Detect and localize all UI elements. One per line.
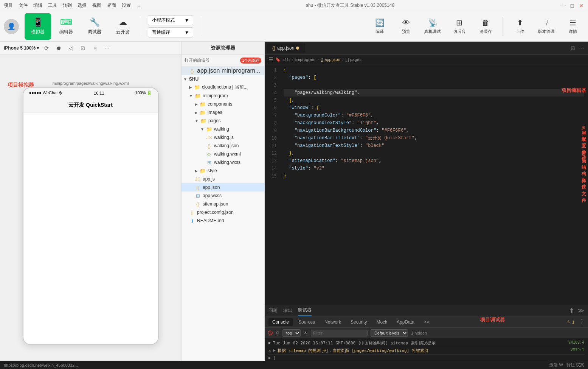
preview-button[interactable]: 👁 预览	[395, 13, 417, 40]
js-file-icon: JS	[195, 176, 201, 182]
compile-button[interactable]: 🔄 编译	[368, 13, 391, 40]
sim-record-icon[interactable]: ⏺	[54, 44, 63, 53]
walking-wxml-file[interactable]: ◇ walking.wxml	[182, 150, 264, 158]
menu-item-select[interactable]: 选择	[78, 2, 87, 9]
sim-back-icon[interactable]: ◁	[66, 44, 75, 53]
app-wxss-file[interactable]: ⊞ app.wxss	[182, 192, 264, 200]
sim-home-icon[interactable]: ⊡	[78, 44, 87, 53]
simulator-label: 模拟器	[31, 29, 45, 35]
devtools-toolbar: 🚫 ⊘ top 👁 Default levels 1 hidden	[265, 328, 588, 338]
console-clear-icon[interactable]: 🚫	[268, 330, 273, 335]
editor-panel: {} app.json ⊡ ⋯ ☰ 🔖 ◁ ▷ miniprogram › {}…	[265, 42, 588, 305]
sitemap-json-file[interactable]: {} sitemap.json	[182, 200, 264, 208]
devtools-tab-console[interactable]: Console	[268, 318, 293, 326]
filter-input[interactable]	[311, 330, 368, 336]
app-wxss-label: app.wxss	[203, 193, 222, 198]
sim-wifi-icon[interactable]: ≡	[90, 44, 99, 53]
bottom-tab-problems[interactable]: 问题	[268, 305, 278, 316]
level-select[interactable]: Default levels	[371, 329, 408, 337]
project-config-file[interactable]: {} project.config.json	[182, 208, 264, 216]
upload-button[interactable]: ⬆ 上传	[509, 13, 531, 40]
menu-item-more[interactable]: ...	[137, 2, 140, 9]
bottom-tab-debugger[interactable]: 调试器	[298, 305, 312, 316]
console-source-1: VM109:4	[568, 340, 584, 344]
more-devtools-btn[interactable]: ⋮	[578, 318, 584, 325]
menu-item-settings[interactable]: 设置	[122, 2, 131, 9]
devtools-tab-appdata[interactable]: AppData	[393, 318, 418, 326]
folder-icon: 📁	[200, 168, 206, 174]
sim-more-icon[interactable]: ⋯	[102, 44, 112, 53]
breadcrumb-nav-fwd[interactable]: ▷	[287, 57, 290, 62]
clear-cache-button[interactable]: 🗑 清缓存	[474, 13, 497, 40]
maximize-button[interactable]: □	[569, 3, 575, 9]
debugger-button[interactable]: 🔧 调试器	[81, 13, 108, 40]
readme-file[interactable]: ℹ README.md	[182, 216, 264, 225]
cloud-button[interactable]: ☁ 云开发	[110, 13, 136, 40]
version-mgr-icon: ⑂	[544, 19, 549, 27]
walking-json-file[interactable]: {} walking.json	[182, 142, 264, 150]
simulator-button[interactable]: 📱 模拟器	[25, 13, 51, 40]
bottom-tab-output[interactable]: 输出	[283, 305, 292, 316]
console-pause-icon[interactable]: ⊘	[276, 330, 279, 335]
root-folder[interactable]: ▼ SHU	[182, 75, 264, 83]
details-button[interactable]: ☰ 详情	[562, 13, 584, 40]
more-icon[interactable]: ≫	[578, 307, 584, 314]
menu-item-file[interactable]: 文件	[19, 2, 28, 9]
app-js-file[interactable]: JS app.js	[182, 175, 264, 183]
devtools-tab-network[interactable]: Network	[321, 318, 345, 326]
breadcrumb-part-1: miniprogram	[292, 57, 315, 62]
status-right: 激活 W 转让 议案	[549, 362, 584, 368]
menu-item-view[interactable]: 视图	[92, 2, 101, 9]
sim-rotate-icon[interactable]: ⟳	[42, 44, 51, 53]
context-select[interactable]: top	[282, 329, 301, 337]
app-json-file[interactable]: {} app.json	[182, 183, 264, 192]
bottom-controls: ⬆ ≫	[569, 307, 584, 314]
components-folder[interactable]: ▶ 📁 components	[182, 100, 264, 108]
walking-folder[interactable]: ▼ 📁 walking	[182, 125, 264, 133]
devtools-tab-sources[interactable]: Sources	[295, 318, 319, 326]
open-file-item[interactable]: {} app.json miniprogram...	[182, 66, 264, 75]
images-folder[interactable]: ▶ 📁 images	[182, 108, 264, 117]
breadcrumb-sep-2: ›	[342, 57, 344, 62]
menu-item-project[interactable]: 项目	[4, 2, 13, 9]
walking-js-file[interactable]: JS walking.js	[182, 133, 264, 142]
walking-js-label: walking.js	[214, 135, 234, 140]
debugger-annotation: 项目调试器	[480, 316, 505, 323]
toolbar-divider-2	[201, 17, 201, 36]
expand-icon[interactable]: ⬆	[569, 307, 574, 314]
more-editor-icon[interactable]: ⋯	[579, 45, 584, 51]
pages-folder[interactable]: ▼ 📁 pages	[182, 117, 264, 125]
menu-item-goto[interactable]: 转到	[63, 2, 72, 9]
menu-item-edit[interactable]: 编辑	[33, 2, 42, 9]
compile-select[interactable]: 普通编译 ▼	[148, 27, 193, 37]
code-content[interactable]: { "pages": [ "pages/walking/walking", ],…	[280, 64, 588, 305]
menu-item-interface[interactable]: 界面	[107, 2, 116, 9]
devtools-tab-security[interactable]: Security	[347, 318, 371, 326]
cloudfunctions-folder[interactable]: ▶ 📁 cloudfunctions | 当前...	[182, 83, 264, 92]
devtools-tab-more[interactable]: >>	[420, 318, 433, 326]
split-editor-icon[interactable]: ⊡	[571, 45, 575, 51]
minimize-button[interactable]: ─	[560, 3, 566, 9]
menu-item-tools[interactable]: 工具	[48, 2, 57, 9]
breadcrumb-nav-back[interactable]: ◁	[282, 57, 285, 62]
window-controls[interactable]: ─ □ ✕	[560, 3, 584, 9]
status-url: https://blog.csdn.net/weixin_45600332...	[4, 363, 78, 367]
mode-select[interactable]: 小程序模式 ▼	[148, 15, 193, 25]
main-content: iPhone 5 100% ▾ ⟳ ⏺ ◁ ⊡ ≡ ⋯ 项目模拟器 minipr…	[0, 42, 588, 369]
miniprogram-folder[interactable]: ▼ 📁 miniprogram	[182, 92, 264, 100]
device-select[interactable]: iPhone 5 100% ▾	[4, 45, 39, 51]
devtools-tab-mock[interactable]: Mock	[372, 318, 391, 326]
editor-button[interactable]: ⌨ 编辑器	[53, 13, 79, 40]
version-mgr-button[interactable]: ⑂ 版本管理	[535, 13, 558, 40]
editor-tab-app-json[interactable]: {} app.json	[267, 44, 305, 53]
style-folder[interactable]: ▶ 📁 style	[182, 167, 264, 175]
close-button[interactable]: ✕	[578, 3, 584, 9]
console-cursor-line[interactable]: ▶ |	[268, 355, 584, 361]
real-debug-button[interactable]: 📡 真机调试	[421, 13, 444, 40]
cut-backend-button[interactable]: ⊞ 切后台	[448, 13, 470, 40]
phone-status-bar: ●●●●● WeChat 令 16:11 100% 🔋	[23, 88, 158, 98]
editor-area: {} app.json ⊡ ⋯ ☰ 🔖 ◁ ▷ miniprogram › {}…	[265, 42, 588, 369]
menu-bar[interactable]: 项目 文件 编辑 工具 转到 选择 视图 界面 设置 ...	[4, 2, 140, 9]
editor-breadcrumb: ☰ 🔖 ◁ ▷ miniprogram › {} app.json › [ ] …	[265, 55, 588, 64]
walking-wxss-file[interactable]: ⊞ walking.wxss	[182, 158, 264, 167]
